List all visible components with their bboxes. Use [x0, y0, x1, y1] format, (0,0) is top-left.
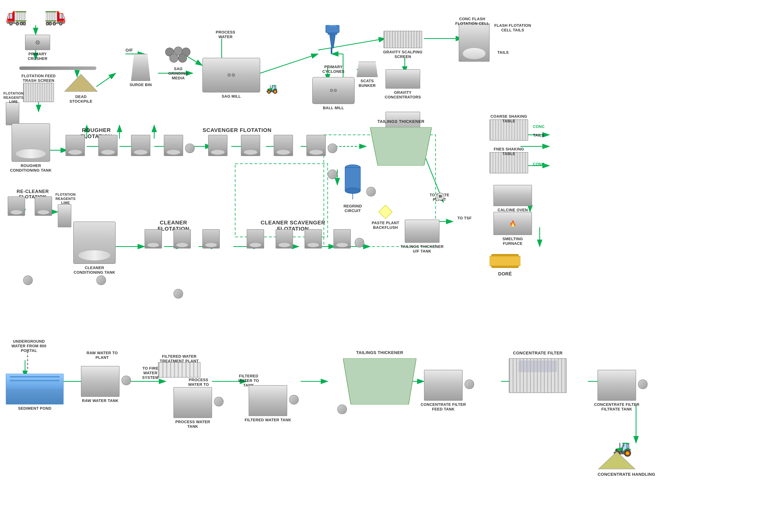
scats-bunker-label: SCATS BUNKER: [355, 79, 380, 88]
ball-mill: ⚙⚙: [312, 77, 355, 104]
cleaner-cell-3: [202, 229, 220, 248]
flotation-reagents-lime-left-label: FLOTATION REAGENTS LIME: [2, 92, 25, 104]
tailings-thickener-bottom-pump: [337, 404, 347, 414]
regrind-circuit-label: REGRIND CIRCUIT: [337, 204, 368, 213]
concentrate-filtrate-pump: [638, 380, 648, 389]
svg-point-82: [27, 352, 28, 353]
primary-cyclones: [324, 25, 341, 64]
filtered-water-tank-label: FILTERED WATER TANK: [244, 417, 292, 422]
truck-left: 🚛: [6, 6, 27, 26]
cleaner-conditioning-tank: [73, 221, 116, 264]
concentrate-filter-label: CONCENTRATE FILTER: [513, 351, 563, 356]
cleaner-scavenger-cell-1: [247, 229, 264, 248]
process-water-tank-label: PROCESS WATER TANK: [170, 419, 216, 429]
dead-stockpile: [64, 73, 98, 93]
dore-bar: [489, 250, 520, 270]
rougher-pump: [185, 143, 195, 153]
conc-coarse-label: CONC: [531, 124, 546, 129]
truck-right: 🚛: [44, 6, 66, 26]
gravity-concentrators-label: GRAVITY CONCENTRATORS: [382, 90, 424, 100]
surge-bin-label: SURGE BIN: [126, 83, 155, 87]
svg-rect-80: [489, 256, 520, 266]
process-water-pump: [214, 397, 224, 406]
filtered-water-tank: [249, 385, 287, 416]
scavenger-cell-4: [307, 135, 326, 156]
cleaner-cell-1: [145, 229, 162, 248]
pump-cleaner-1: [23, 275, 33, 285]
conc-flash-flotation-cell-label: CONC FLASH FLOTATION CELL: [453, 17, 491, 26]
svg-point-64: [170, 54, 178, 62]
to-tsf-label: TO TSF: [455, 216, 474, 220]
concentrate-filter-filtrate-tank-label: CONCENTRATE FILTER FILTRATE TANK: [592, 402, 642, 411]
tails-coarse-label: TAILS: [531, 133, 546, 137]
calcine-oven-label: CALCINE OVEN: [493, 208, 532, 212]
flotation-reagents-lime-left: [6, 102, 19, 125]
svg-rect-75: [345, 167, 361, 191]
sag-grinding-media: [164, 46, 191, 66]
sediment-pond-label: SEDIMENT POND: [10, 406, 60, 411]
tailings-thickener-top-label: TAILINGS THICKENER: [374, 119, 428, 124]
svg-rect-70: [329, 25, 336, 27]
smelting-furnace: 🔥: [493, 212, 532, 235]
svg-point-83: [27, 356, 28, 357]
bi-label: BI: [436, 193, 444, 200]
cleaner-cell-2: [174, 229, 191, 248]
svg-marker-78: [379, 205, 392, 219]
svg-rect-67: [328, 33, 337, 35]
rougher-conditioning-tank-label: ROUGHER CONDITIONING TANK: [10, 163, 52, 172]
cleaner-scavenger-cell-2: [276, 229, 293, 248]
concentrate-filter-feed-tank-label: CONCENTRATE FILTER FEED TANK: [420, 402, 466, 411]
dore-label: DORÉ: [497, 271, 513, 277]
concentrate-filter-filtrate-tank: [597, 370, 636, 400]
tailings-thickener-uf-tank-label: TAILINGS THICKENER U/F TANK: [397, 244, 447, 253]
cleaner-scavenger-cell-4: [334, 229, 351, 248]
scavenger-tails-pump: [328, 143, 337, 153]
re-cleaner-cell-2: [35, 196, 52, 216]
raw-water-tank-label: RAW WATER TANK: [81, 398, 120, 403]
cleaner-scavenger-pump: [355, 238, 364, 247]
tailings-thickener-top: [370, 127, 432, 166]
conc-flash-flotation-cell: [459, 23, 489, 62]
rougher-cell-1: [66, 135, 85, 156]
sediment-pond: [6, 374, 64, 404]
svg-point-85: [27, 363, 28, 365]
paste-plant-backflush-label: PASTE PLANT BACKFLUSH: [370, 220, 401, 230]
tails-right-label: TAILS: [495, 50, 511, 55]
filtered-water-treatment-plant: [158, 362, 201, 378]
process-flow-diagram: 🚛 🚛 ⚙ PRIMARY CRUSHER DEAD STOCKPILE O/F…: [0, 0, 765, 532]
svg-line-6: [96, 73, 116, 87]
svg-point-84: [27, 360, 28, 361]
regrind-circuit: [343, 164, 363, 203]
regrind-pump: [366, 187, 376, 196]
calcine-oven: [493, 185, 532, 206]
raw-water-to-plant-label: RAW WATER TO PLANT: [85, 351, 120, 360]
scavenger-cell-3: [274, 135, 293, 156]
re-cleaner-cell-1: [8, 196, 25, 216]
cleaner-pump-bottom2: [174, 289, 183, 299]
svg-marker-60: [65, 74, 97, 92]
coarse-shaking-table-label: COARSE SHAKING TABLE: [489, 114, 528, 123]
rougher-cell-4: [164, 135, 183, 156]
rougher-cell-3: [131, 135, 150, 156]
sag-mill: ⚙⚙: [202, 58, 260, 93]
smelting-furnace-label: SMELTING FURNACE: [493, 236, 532, 246]
svg-marker-71: [370, 127, 432, 166]
primary-crusher: ⚙: [25, 35, 50, 50]
concentrate-filter-feed-pump: [464, 380, 474, 389]
flotation-reagents-lime-2-label: FLOTATION REAGENTS LIME: [54, 193, 77, 205]
gravity-scalping-screen-label: GRAVITY SCALPING SCREEN: [378, 50, 428, 59]
of-label: O/F: [123, 48, 135, 53]
scats-bunker: [357, 62, 378, 77]
flash-flotation-tails-label: FLASH FLOTATION CELL TAILS: [493, 23, 532, 32]
tailings-thickener-bottom: [343, 358, 416, 405]
filtered-water-pump: [289, 395, 299, 404]
rougher-cell-2: [98, 135, 118, 156]
ball-mill-label: BALL MILL: [316, 106, 351, 110]
concentrate-handling-label: CONCENTRATE HANDLING: [597, 472, 655, 477]
cleaner-scavenger-cell-3: [305, 229, 322, 248]
concentrate-pile: [597, 451, 636, 471]
scavenger-cell-2: [241, 135, 260, 156]
tailings-thickener-uf-tank: [405, 220, 439, 243]
cleaner-pump-bottom: [96, 275, 106, 285]
gravity-concentrators: [385, 69, 420, 89]
